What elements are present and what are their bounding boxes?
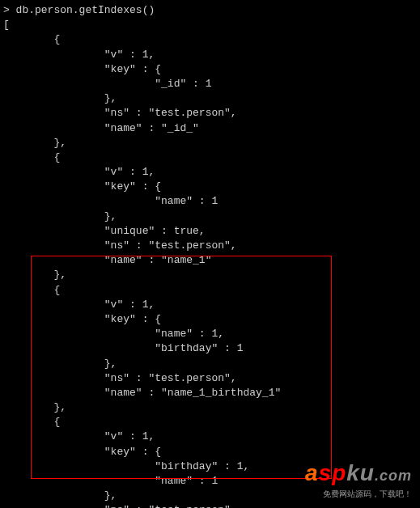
watermark-logo: aspku.com 免费网站源码，下载吧！ [305, 457, 412, 500]
logo-sp: sp [319, 460, 347, 485]
logo-text: aspku.com [305, 457, 412, 489]
logo-ku: ku [346, 460, 375, 485]
terminal-output: > db.person.getIndexes() [ { "v" : 1, "k… [3, 3, 417, 508]
logo-subtitle: 免费网站源码，下载吧！ [305, 489, 412, 500]
logo-com: .com [375, 468, 412, 484]
logo-a: a [305, 460, 319, 485]
